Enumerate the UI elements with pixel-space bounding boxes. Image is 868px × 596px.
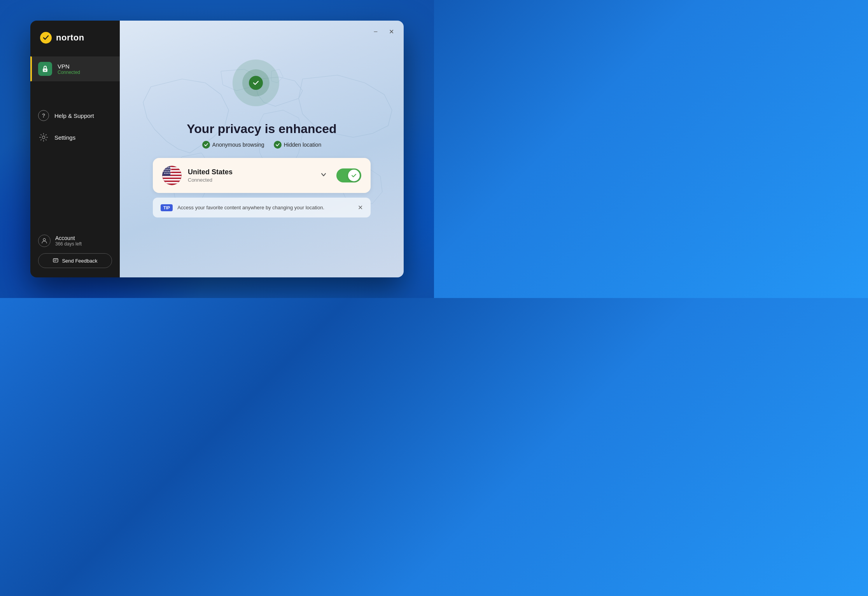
account-icon xyxy=(38,235,51,247)
change-location-button[interactable] xyxy=(317,168,330,183)
anonymous-browsing-label: Anonymous browsing xyxy=(212,142,264,148)
norton-logo-icon xyxy=(40,32,52,44)
account-text: Account 366 days left xyxy=(55,235,82,247)
country-name: United States xyxy=(188,168,311,176)
sidebar-bottom: Account 366 days left Send Feedback xyxy=(30,227,120,277)
close-button[interactable]: ✕ xyxy=(387,27,396,36)
account-label: Account xyxy=(55,235,82,241)
tip-close-button[interactable]: ✕ xyxy=(358,204,363,211)
toggle-knob xyxy=(348,170,360,181)
svg-text:★★★★★: ★★★★★ xyxy=(164,172,172,174)
feedback-icon xyxy=(52,258,59,264)
svg-point-3 xyxy=(42,136,45,139)
app-title: norton xyxy=(56,33,84,43)
svg-rect-11 xyxy=(162,176,182,178)
anonymous-browsing-badge: Anonymous browsing xyxy=(202,141,264,149)
app-window: norton VPN Connected xyxy=(30,21,404,277)
window-controls: – ✕ xyxy=(371,27,396,36)
sidebar-nav: VPN Connected ? Help & Support xyxy=(30,53,120,227)
send-feedback-button[interactable]: Send Feedback xyxy=(38,253,112,268)
account-row[interactable]: Account 366 days left xyxy=(38,235,112,247)
sidebar: norton VPN Connected xyxy=(30,21,120,277)
sidebar-item-help[interactable]: ? Help & Support xyxy=(30,105,120,126)
sidebar-logo: norton xyxy=(30,21,120,53)
vpn-icon xyxy=(38,62,52,76)
sidebar-item-settings[interactable]: Settings xyxy=(30,126,120,148)
anonymous-check-icon xyxy=(202,141,210,149)
vpn-nav-sublabel: Connected xyxy=(58,70,80,75)
connection-status: Connected xyxy=(188,177,311,183)
tip-banner: TIP Access your favorite content anywher… xyxy=(153,198,371,217)
vpn-nav-label: VPN xyxy=(58,63,80,70)
gear-icon xyxy=(38,132,49,143)
country-info: United States Connected xyxy=(188,168,311,183)
hidden-location-check-icon xyxy=(274,141,282,149)
vpn-nav-text: VPN Connected xyxy=(58,63,80,75)
help-icon: ? xyxy=(38,110,49,121)
settings-nav-label: Settings xyxy=(54,134,75,141)
help-nav-label: Help & Support xyxy=(54,112,94,119)
vpn-connection-card: ★★★★★★ ★★★★★ ★★★★★★ ★★★★★ United States … xyxy=(153,158,371,193)
main-content: – ✕ xyxy=(120,21,404,277)
svg-rect-5 xyxy=(53,259,58,262)
svg-rect-12 xyxy=(162,179,182,181)
privacy-badges: Anonymous browsing Hidden location xyxy=(202,141,321,149)
svg-point-4 xyxy=(43,238,46,241)
tip-badge: TIP xyxy=(161,204,173,211)
privacy-title: Your privacy is enhanced xyxy=(187,122,336,136)
sidebar-item-vpn[interactable]: VPN Connected xyxy=(30,56,120,81)
account-days: 366 days left xyxy=(55,241,82,247)
tip-text: Access your favorite content anywhere by… xyxy=(177,205,353,210)
svg-point-2 xyxy=(45,70,46,71)
vpn-toggle[interactable] xyxy=(336,168,361,182)
hidden-location-badge: Hidden location xyxy=(274,141,322,149)
main-body: Your privacy is enhanced Anonymous brows… xyxy=(120,21,404,277)
hidden-location-label: Hidden location xyxy=(284,142,322,148)
minimize-button[interactable]: – xyxy=(371,27,380,36)
country-flag: ★★★★★★ ★★★★★ ★★★★★★ ★★★★★ xyxy=(162,166,182,185)
